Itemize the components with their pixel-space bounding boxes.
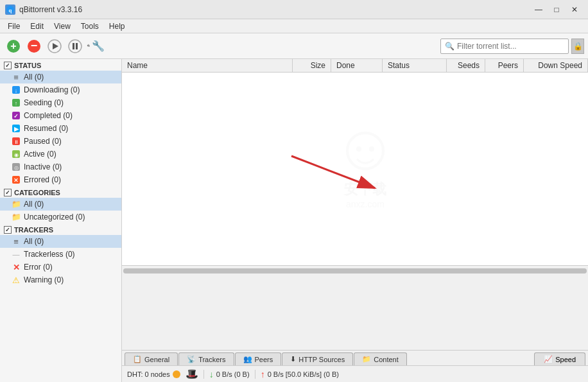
col-size[interactable]: Size — [293, 59, 331, 72]
menu-file[interactable]: File — [3, 21, 25, 32]
content-tab-icon: 📁 — [362, 355, 371, 363]
general-tab-icon: 📋 — [133, 355, 142, 363]
svg-point-30 — [369, 146, 374, 152]
table-header: Name Size Done Status Seeds Peers Down S… — [122, 59, 588, 73]
sidebar-item-all-trackers[interactable]: ≡ All (0) — [0, 235, 121, 248]
peers-tab-label: Peers — [255, 356, 273, 363]
sidebar-item-all-categories[interactable]: 📁 All (0) — [0, 198, 121, 211]
down-rate-status: ↓ 0 B/s (0 B) — [209, 369, 250, 379]
categories-checkbox[interactable]: ✓ — [4, 189, 12, 196]
sidebar-item-downloading[interactable]: ↓ Downloading (0) — [0, 83, 121, 96]
search-box[interactable]: 🔍 — [440, 39, 569, 54]
uncategorized-icon: 📁 — [12, 213, 21, 221]
search-icon: 🔍 — [445, 42, 454, 51]
col-peers[interactable]: Peers — [485, 59, 524, 72]
sidebar-item-all-status[interactable]: ≡ All (0) — [0, 71, 121, 83]
tab-http-sources[interactable]: ⬇ HTTP Sources — [282, 352, 353, 365]
tab-speed[interactable]: 📈 Speed — [534, 352, 585, 365]
http-sources-tab-icon: ⬇ — [290, 355, 296, 363]
sidebar-item-resumed[interactable]: ▶ Resumed (0) — [0, 122, 121, 135]
toolbar: + − 🔧 🔍 🔒 — [0, 33, 588, 59]
remove-torrent-button[interactable]: − — [24, 37, 44, 56]
minimize-button[interactable]: — — [530, 3, 547, 16]
status-checkbox[interactable]: ✓ — [4, 62, 12, 69]
col-downspeed[interactable]: Down Speed — [524, 59, 588, 72]
trackers-section-header[interactable]: ✓ TRACKERS — [0, 223, 121, 235]
sidebar-item-completed[interactable]: ✓ Completed (0) — [0, 109, 121, 122]
categories-section-label: CATEGORIES — [14, 189, 60, 196]
trackerless-icon: — — [12, 250, 21, 259]
sidebar-item-resumed-label: Resumed (0) — [24, 124, 68, 133]
app-icon: q — [5, 4, 15, 15]
torrent-table[interactable]: Name Size Done Status Seeds Peers Down S… — [122, 59, 588, 350]
sidebar: ✓ STATUS ≡ All (0) ↓ Downloading (0) ↑ S… — [0, 59, 122, 382]
status-sep-2 — [255, 370, 255, 379]
menu-view[interactable]: View — [49, 21, 76, 32]
sidebar-item-tracker-warning[interactable]: ⚠ Warning (0) — [0, 273, 121, 286]
http-sources-tab-label: HTTP Sources — [298, 356, 345, 363]
tab-peers[interactable]: 👥 Peers — [235, 352, 282, 365]
speed-tab-label: Speed — [555, 356, 576, 363]
close-button[interactable]: ✕ — [566, 3, 583, 16]
svg-text:−: − — [31, 39, 38, 52]
sidebar-item-inactive[interactable]: ◎ Inactive (0) — [0, 161, 121, 173]
peers-tab-icon: 👥 — [243, 355, 252, 363]
col-name[interactable]: Name — [122, 59, 293, 72]
add-torrent-button[interactable]: + — [4, 37, 23, 56]
tab-content[interactable]: 📁 Content — [354, 352, 407, 365]
sidebar-item-paused[interactable]: ⏸ Paused (0) — [0, 135, 121, 148]
categories-section-header[interactable]: ✓ CATEGORIES — [0, 186, 121, 198]
svg-marker-7 — [53, 43, 58, 49]
seeding-icon: ↑ — [12, 98, 21, 107]
sidebar-item-trackerless[interactable]: — Trackerless (0) — [0, 248, 121, 261]
status-section-header[interactable]: ✓ STATUS — [0, 59, 121, 71]
sidebar-item-errored-label: Errored (0) — [24, 175, 61, 184]
svg-point-28 — [347, 133, 383, 169]
h-scrollbar[interactable] — [122, 265, 588, 275]
sidebar-item-uncategorized[interactable]: 📁 Uncategorized (0) — [0, 211, 121, 223]
menu-tools[interactable]: Tools — [76, 21, 104, 32]
active-icon: ◉ — [12, 150, 21, 159]
sidebar-item-all-categories-label: All (0) — [24, 200, 44, 209]
col-seeds[interactable]: Seeds — [447, 59, 485, 72]
sidebar-item-uncategorized-label: Uncategorized (0) — [24, 213, 85, 221]
all-status-icon: ≡ — [12, 73, 21, 82]
menu-edit[interactable]: Edit — [25, 21, 49, 32]
status-section-label: STATUS — [14, 62, 41, 69]
trackers-checkbox[interactable]: ✓ — [4, 226, 12, 234]
col-status[interactable]: Status — [383, 59, 447, 72]
download-icon: ↓ — [12, 85, 21, 94]
sidebar-item-tracker-error[interactable]: ✕ Error (0) — [0, 261, 121, 273]
hat-icon: 🎩 — [186, 368, 198, 380]
svg-text:+: + — [10, 40, 16, 51]
svg-text:◉: ◉ — [14, 152, 19, 158]
content-tab-label: Content — [374, 356, 399, 363]
tab-trackers[interactable]: 📡 Trackers — [178, 352, 234, 365]
speed-tab-icon: 📈 — [544, 355, 553, 363]
svg-point-29 — [356, 146, 361, 152]
sidebar-item-seeding[interactable]: ↑ Seeding (0) — [0, 96, 121, 109]
sidebar-item-errored[interactable]: ✕ Errored (0) — [0, 173, 121, 186]
tab-general[interactable]: 📋 General — [125, 352, 178, 365]
svg-text:◎: ◎ — [14, 165, 19, 171]
pause-button[interactable] — [65, 37, 85, 56]
menu-help[interactable]: Help — [104, 21, 130, 32]
resume-button[interactable] — [45, 37, 64, 56]
sidebar-item-completed-label: Completed (0) — [24, 111, 73, 120]
svg-text:↓: ↓ — [15, 87, 18, 94]
search-input[interactable] — [457, 42, 564, 51]
app-title: qBittorrent v3.3.16 — [19, 5, 82, 14]
watermark-subtext: anxz.com — [346, 199, 385, 209]
maximize-button[interactable]: □ — [548, 3, 565, 16]
sidebar-item-inactive-label: Inactive (0) — [24, 162, 62, 171]
lock-icon[interactable]: 🔒 — [571, 39, 584, 54]
col-done[interactable]: Done — [331, 59, 383, 72]
title-bar-left: q qBittorrent v3.3.16 — [5, 4, 82, 15]
tracker-error-icon: ✕ — [12, 263, 21, 272]
options-button[interactable]: 🔧 — [86, 37, 105, 56]
status-bar: DHT: 0 nodes 🎩 ↓ 0 B/s (0 B) ↑ 0 B/s [50… — [122, 365, 588, 382]
sidebar-item-active[interactable]: ◉ Active (0) — [0, 148, 121, 161]
all-categories-icon: 📁 — [12, 200, 21, 209]
inactive-icon: ◎ — [12, 162, 21, 171]
status-sep-1 — [203, 370, 204, 379]
